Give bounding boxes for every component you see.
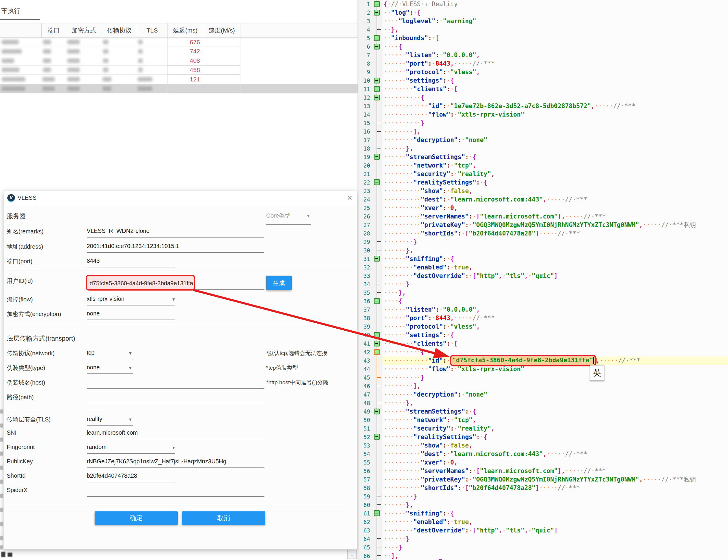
core-type-select[interactable]: Core类型 xyxy=(266,212,291,220)
fold-margin[interactable] xyxy=(372,76,382,85)
code-text[interactable]: ············"flow":·"xtls-rprx-vision" xyxy=(382,110,728,119)
code-line[interactable]: 36····{ xyxy=(359,297,728,305)
address-input[interactable]: 2001:41d0:c:e70:1234:1234:1015:1 xyxy=(87,243,179,250)
code-text[interactable]: ········"realitySettings":·{ xyxy=(382,178,728,187)
code-text[interactable]: ······}, xyxy=(382,246,728,255)
fold-collapse-icon[interactable] xyxy=(374,35,380,41)
fold-margin[interactable] xyxy=(372,356,382,365)
fold-margin[interactable] xyxy=(372,238,382,246)
code-text[interactable]: ····{ xyxy=(382,42,728,51)
code-text[interactable]: ······"sniffing":·{ xyxy=(382,509,728,518)
port-input[interactable]: 8443 xyxy=(87,257,100,264)
code-line[interactable]: 56··········"serverNames":·["learn.micro… xyxy=(359,467,728,475)
code-line[interactable]: 40······"settings":·{ xyxy=(359,331,728,339)
fold-margin[interactable] xyxy=(372,229,382,238)
scroll-down-button[interactable]: ↓ xyxy=(347,549,357,559)
fold-margin[interactable] xyxy=(372,297,382,305)
code-text[interactable]: ········], xyxy=(382,382,728,390)
fold-margin[interactable] xyxy=(372,407,382,416)
fold-margin[interactable] xyxy=(372,17,382,25)
code-text[interactable]: ········} xyxy=(382,238,728,246)
fold-margin[interactable] xyxy=(372,25,382,34)
code-text[interactable]: ··········"shortIds":·["b20f64d407478a28… xyxy=(382,229,728,238)
code-line[interactable]: 57··········"privateKey":·"OGQ3MWQ0MzgwM… xyxy=(359,475,728,484)
code-text[interactable]: ······"port":·8443,·····//·*** xyxy=(382,59,728,68)
code-line[interactable]: 27··········"privateKey":·"OGQ3MWQ0MzgwM… xyxy=(359,221,728,229)
code-line[interactable]: 8······"port":·8443,·····//·*** xyxy=(359,59,728,68)
code-text[interactable]: ······"port":·8443,·····//·*** xyxy=(382,314,728,322)
fold-margin[interactable] xyxy=(372,110,382,119)
code-line[interactable]: 61······"sniffing":·{ xyxy=(359,509,728,518)
code-line[interactable]: 22········"realitySettings":·{ xyxy=(359,178,728,187)
fold-margin[interactable] xyxy=(372,552,382,560)
table-header-cell[interactable]: 延迟(ms) xyxy=(168,23,203,37)
fold-collapse-icon[interactable] xyxy=(374,179,380,185)
code-line[interactable]: 4··}, xyxy=(359,25,728,34)
fold-collapse-icon[interactable] xyxy=(374,409,380,414)
code-text[interactable]: ······} xyxy=(382,280,728,288)
pane-divider[interactable] xyxy=(358,0,359,560)
code-text[interactable]: ··········"privateKey":·"OGQ3MWQ0MzgwMzQ… xyxy=(382,221,728,229)
code-line[interactable]: 66··], xyxy=(359,552,728,560)
code-line[interactable]: 11········"clients":·[ xyxy=(359,85,728,93)
code-text[interactable]: ········"destOverride":·["http",·"tls",·… xyxy=(382,272,728,280)
chevron-down-icon[interactable]: ▼ xyxy=(128,351,132,356)
code-line[interactable]: 7······"listen":·"0.0.0.0", xyxy=(359,51,728,59)
code-text[interactable]: ············"flow":·"xtls-rprx-vision" xyxy=(382,365,728,373)
code-text[interactable]: ········"network":·"tcp", xyxy=(382,416,728,424)
code-text[interactable]: ··········"serverNames":·["learn.microso… xyxy=(382,212,728,221)
table-header-cell[interactable]: TLS xyxy=(137,23,168,37)
code-line[interactable]: 54··········"dest":·"learn.microsoft.com… xyxy=(359,450,728,458)
fold-collapse-icon[interactable] xyxy=(374,332,380,338)
fold-collapse-icon[interactable] xyxy=(374,341,380,346)
fold-margin[interactable] xyxy=(372,0,382,8)
fold-margin[interactable] xyxy=(372,68,382,76)
code-text[interactable]: ········"destOverride":·["http",·"tls",·… xyxy=(382,526,728,535)
table-header-cell[interactable]: 端口 xyxy=(42,23,66,37)
table-row[interactable]: 121 xyxy=(0,75,358,84)
short_id-input[interactable]: b20f64d407478a28 xyxy=(87,472,137,479)
fold-margin[interactable] xyxy=(372,475,382,484)
fold-margin[interactable] xyxy=(372,102,382,110)
code-line[interactable]: 33········"destOverride":·["http",·"tls"… xyxy=(359,272,728,280)
fold-collapse-icon[interactable] xyxy=(374,10,380,16)
code-text[interactable]: ····} xyxy=(382,543,728,552)
fold-margin[interactable] xyxy=(372,365,382,373)
code-text[interactable]: ········"clients":·[ xyxy=(382,339,728,348)
fold-margin[interactable] xyxy=(372,272,382,280)
chevron-down-icon[interactable]: ▼ xyxy=(128,366,132,370)
fold-margin[interactable] xyxy=(372,543,382,552)
chevron-down-icon[interactable]: ▼ xyxy=(172,297,176,302)
code-line[interactable]: 63········"destOverride":·["http",·"tls"… xyxy=(359,526,728,535)
fold-margin[interactable] xyxy=(372,221,382,229)
table-row[interactable]: 742 xyxy=(0,47,358,56)
fold-collapse-icon[interactable] xyxy=(374,298,380,304)
code-line[interactable]: 18······}, xyxy=(359,144,728,153)
code-line[interactable]: 10······"settings":·{ xyxy=(359,76,728,85)
fold-margin[interactable] xyxy=(372,441,382,450)
fold-margin[interactable] xyxy=(372,51,382,59)
remarks-input[interactable]: VLESS_R_WDN2-clone xyxy=(87,228,150,234)
code-text[interactable]: ········} xyxy=(382,492,728,501)
code-text[interactable]: ··········"privateKey":·"OGQ3MWQ0MzgwMzQ… xyxy=(382,475,728,484)
code-text[interactable]: ··········"serverNames":·["learn.microso… xyxy=(382,467,728,475)
code-line[interactable]: 43············"id":·"d75fcfa5-3860-4a4d-… xyxy=(359,356,728,365)
fold-margin[interactable] xyxy=(372,204,382,212)
code-line[interactable]: 52········"realitySettings":·{ xyxy=(359,433,728,441)
fold-margin[interactable] xyxy=(372,178,382,187)
code-line[interactable]: 12··········{ xyxy=(359,93,728,102)
fold-margin[interactable] xyxy=(372,8,382,17)
code-line[interactable]: 35····}, xyxy=(359,288,728,297)
code-text[interactable]: ············"id":·"d75fcfa5-3860-4a4d-9f… xyxy=(382,356,728,365)
fold-margin[interactable] xyxy=(372,467,382,475)
fold-margin[interactable] xyxy=(372,535,382,543)
cancel-button[interactable]: 取消 xyxy=(182,511,265,525)
code-text[interactable]: ······"listen":·"0.0.0.0", xyxy=(382,51,728,59)
code-text[interactable]: {·//·VLESS·+·Reality xyxy=(382,0,728,8)
code-line[interactable]: 30······}, xyxy=(359,246,728,255)
code-text[interactable]: ··"log":·{ xyxy=(382,8,728,17)
code-line[interactable]: 3····"loglevel":·"warning" xyxy=(359,17,728,25)
code-line[interactable]: 31······"sniffing":·{ xyxy=(359,255,728,263)
fold-margin[interactable] xyxy=(372,42,382,51)
code-text[interactable]: ··········"dest":·"learn.microsoft.com:4… xyxy=(382,450,728,458)
